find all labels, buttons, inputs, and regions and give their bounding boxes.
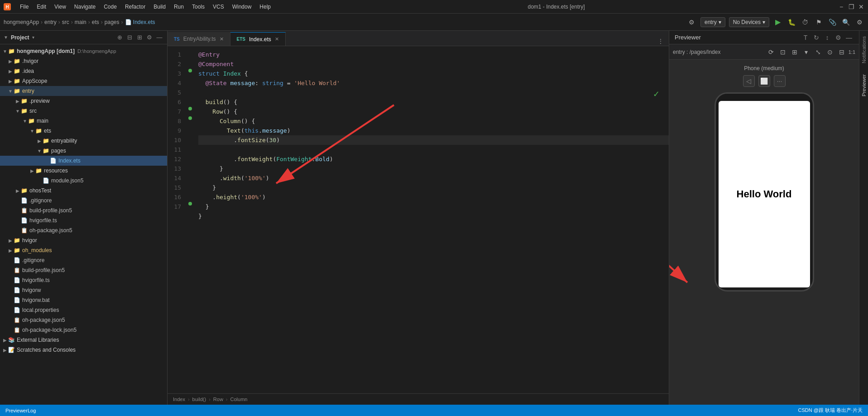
bc-column[interactable]: Column bbox=[230, 397, 248, 402]
code-editor[interactable]: 1 2 3 4 5 6 7 8 9 10 11 12 13 14 15 16 1… bbox=[168, 46, 669, 393]
notifications-tab[interactable]: Notifications bbox=[860, 31, 868, 69]
tree-scratches[interactable]: ▶ 📝 Scratches and Consoles bbox=[0, 345, 167, 355]
previewer-tab[interactable]: Previewer bbox=[860, 69, 868, 102]
prev-back-button[interactable]: ◁ bbox=[743, 75, 755, 87]
more-tabs-icon[interactable]: ⋮ bbox=[656, 37, 665, 46]
tree-gitignore-entry[interactable]: 📄 .gitignore bbox=[0, 196, 167, 206]
tree-module-json[interactable]: 📄 module.json5 bbox=[0, 176, 167, 186]
previewer-log[interactable]: PreviewerLog bbox=[5, 408, 36, 413]
tree-external-libraries[interactable]: ▶ 📚 External Libraries bbox=[0, 335, 167, 345]
run-button[interactable]: ▶ bbox=[773, 17, 783, 27]
menu-navigate[interactable]: Navigate bbox=[71, 3, 99, 11]
panel-minimize-icon[interactable]: — bbox=[155, 33, 163, 42]
tree-build-profile-entry[interactable]: 📋 build-profile.json5 bbox=[0, 206, 167, 215]
prev-more-button[interactable]: ··· bbox=[774, 75, 786, 87]
rotate-icon[interactable]: ↕ bbox=[823, 33, 832, 42]
attach-icon[interactable]: 📎 bbox=[827, 17, 837, 27]
device-selector[interactable]: No Devices ▾ bbox=[729, 17, 769, 27]
menu-window[interactable]: Window bbox=[229, 3, 255, 11]
menu-edit[interactable]: Edit bbox=[33, 3, 50, 11]
expand-icon[interactable]: ⊞ bbox=[135, 33, 144, 42]
code-content[interactable]: @Entry @Component struct Index { @State … bbox=[195, 46, 669, 393]
tree-entry[interactable]: ▼ 📁 entry bbox=[0, 86, 167, 96]
debug-icon[interactable]: 🐛 bbox=[786, 17, 796, 27]
settings-toolbar-icon[interactable]: ⚙ bbox=[854, 17, 864, 27]
tree-local-properties[interactable]: 📄 local.properties bbox=[0, 305, 167, 315]
breadcrumb-pages[interactable]: pages bbox=[105, 19, 120, 25]
locate-icon[interactable]: ⊕ bbox=[115, 33, 124, 42]
breadcrumb-file[interactable]: 📄 Index.ets bbox=[125, 19, 155, 25]
tree-oh-package-root[interactable]: 📋 oh-package.json5 bbox=[0, 315, 167, 325]
menu-build[interactable]: Build bbox=[150, 3, 169, 11]
tree-entryability[interactable]: ▶ 📁 entryability bbox=[0, 136, 167, 146]
bc-row[interactable]: Row bbox=[213, 397, 223, 402]
tree-pages[interactable]: ▼ 📁 pages bbox=[0, 146, 167, 156]
breadcrumb-main[interactable]: main bbox=[75, 19, 86, 25]
tree-src[interactable]: ▼ 📁 src bbox=[0, 106, 167, 116]
tree-ohostest[interactable]: ▶ 📁 ohosTest bbox=[0, 186, 167, 196]
prev-minimize-icon[interactable]: — bbox=[844, 33, 854, 42]
maximize-button[interactable]: ❐ bbox=[848, 4, 854, 10]
settings-icon[interactable]: ⚙ bbox=[687, 17, 697, 27]
tab-index-ets[interactable]: ETS Index.ets ✕ bbox=[230, 32, 286, 46]
tree-preview[interactable]: ▶ 📁 .preview bbox=[0, 96, 167, 106]
expand-preview-icon[interactable]: ⤡ bbox=[813, 47, 823, 57]
tree-gitignore-root[interactable]: 📄 .gitignore bbox=[0, 255, 167, 265]
refresh-icon[interactable]: ↻ bbox=[812, 33, 821, 42]
resize-icon[interactable]: ⊟ bbox=[837, 47, 847, 57]
breadcrumb-ets[interactable]: ets bbox=[92, 19, 99, 25]
tab-index-ets-close[interactable]: ✕ bbox=[275, 36, 279, 42]
menu-help[interactable]: Help bbox=[256, 3, 274, 11]
profile-icon[interactable]: ⏱ bbox=[800, 17, 810, 27]
tree-hvigorfile-root[interactable]: 📄 hvigorfile.ts bbox=[0, 275, 167, 285]
tree-appscope[interactable]: ▶ 📁 AppScope bbox=[0, 76, 167, 86]
breadcrumb-app[interactable]: hongmengApp bbox=[4, 19, 39, 25]
bc-build[interactable]: build() bbox=[192, 397, 206, 402]
menu-file[interactable]: File bbox=[16, 3, 32, 11]
menu-tools[interactable]: Tools bbox=[188, 3, 208, 11]
tab-entry-ability[interactable]: TS EntryAbility.ts ✕ bbox=[168, 32, 230, 46]
close-button[interactable]: ✕ bbox=[858, 4, 864, 10]
tree-root[interactable]: ▼ 📁 hongmengApp [dom1] D:\hongmengApp bbox=[0, 46, 167, 56]
entry-selector[interactable]: entry ▾ bbox=[700, 17, 725, 27]
coverage-icon[interactable]: ⚑ bbox=[814, 17, 824, 27]
bc-index[interactable]: Index bbox=[173, 397, 185, 402]
breadcrumb-entry[interactable]: entry bbox=[44, 19, 57, 25]
menu-code[interactable]: Code bbox=[100, 3, 120, 11]
toolbar-right: ⚙ entry ▾ No Devices ▾ ▶ 🐛 ⏱ ⚑ 📎 🔍 ⚙ bbox=[687, 17, 864, 27]
prev-home-button[interactable]: ⬜ bbox=[758, 75, 770, 87]
device-dropdown-icon[interactable]: ▾ bbox=[801, 47, 811, 57]
zoom-fit-icon[interactable]: ⊙ bbox=[825, 47, 835, 57]
no-devices-label: No Devices bbox=[733, 19, 761, 25]
menu-refactor[interactable]: Refactor bbox=[121, 3, 149, 11]
tree-index-ets[interactable]: 📄 Index.ets bbox=[0, 156, 167, 166]
search-toolbar-icon[interactable]: 🔍 bbox=[841, 17, 851, 27]
tree-ets[interactable]: ▼ 📁 ets bbox=[0, 126, 167, 136]
switch-view-icon[interactable]: ⊡ bbox=[778, 47, 788, 57]
tab-entry-ability-close[interactable]: ✕ bbox=[220, 36, 224, 42]
panel-settings-icon[interactable]: ⚙ bbox=[145, 33, 153, 42]
tree-build-profile-root[interactable]: 📋 build-profile.json5 bbox=[0, 265, 167, 275]
refresh-preview-icon[interactable]: ⟳ bbox=[766, 47, 776, 57]
tree-hvigor[interactable]: ▶ 📁 .hvigor bbox=[0, 56, 167, 66]
breadcrumb-src[interactable]: src bbox=[62, 19, 69, 25]
menu-run[interactable]: Run bbox=[170, 3, 187, 11]
tree-hvigor2[interactable]: ▶ 📁 hvigor bbox=[0, 235, 167, 245]
grid-view-icon[interactable]: ⊞ bbox=[790, 47, 800, 57]
tree-idea[interactable]: ▶ 📁 .idea bbox=[0, 66, 167, 76]
prev-settings-icon[interactable]: ⚙ bbox=[834, 33, 843, 42]
tree-hvigorw-bat[interactable]: 📄 hvigorw.bat bbox=[0, 295, 167, 305]
tree-oh-package-lock[interactable]: 📋 oh-package-lock.json5 bbox=[0, 325, 167, 335]
tree-hvigorw[interactable]: 📄 hvigorw bbox=[0, 285, 167, 295]
collapse-all-icon[interactable]: ⊟ bbox=[125, 33, 134, 42]
tree-resources[interactable]: ▶ 📁 resources bbox=[0, 166, 167, 176]
tree-oh-modules[interactable]: ▶ 📁 oh_modules bbox=[0, 245, 167, 255]
ets-icon: ETS bbox=[237, 37, 245, 42]
menu-view[interactable]: View bbox=[51, 3, 70, 11]
minimize-button[interactable]: − bbox=[838, 4, 844, 10]
font-icon[interactable]: T bbox=[801, 33, 810, 42]
tree-oh-package-entry[interactable]: 📋 oh-package.json5 bbox=[0, 225, 167, 235]
menu-vcs[interactable]: VCS bbox=[209, 3, 228, 11]
tree-main[interactable]: ▼ 📁 main bbox=[0, 116, 167, 126]
tree-hvigorfile-entry[interactable]: 📄 hvigorfile.ts bbox=[0, 215, 167, 225]
